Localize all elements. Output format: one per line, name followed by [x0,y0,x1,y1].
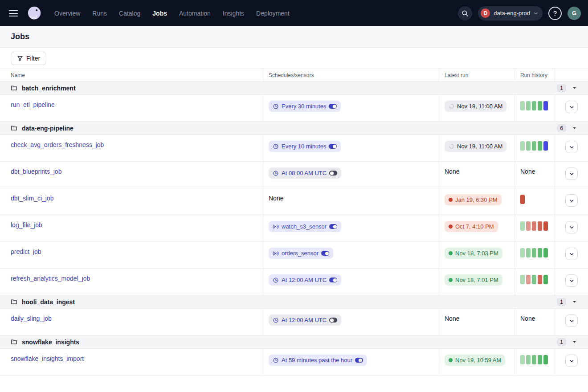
run-history-bar[interactable] [520,275,525,284]
run-history-bar[interactable] [538,101,542,110]
run-history-bar[interactable] [532,355,536,364]
latest-run-time: Nov 19, 11:00 AM [457,103,502,110]
run-history-bar[interactable] [526,248,531,257]
run-history-bar[interactable] [520,221,525,231]
latest-run-tag[interactable]: Nov 19, 11:00 AM [445,101,506,112]
row-actions-button[interactable] [565,248,578,260]
latest-run-tag[interactable]: Nov 18, 7:03 PM [445,248,502,259]
job-link[interactable]: snowflake_insights_import [11,355,84,362]
schedule-pill[interactable]: At 08:00 AM UTC [269,167,341,179]
job-link[interactable]: refresh_analytics_model_job [11,275,90,282]
caret-down-icon[interactable] [572,300,576,304]
caret-down-icon[interactable] [572,340,576,344]
schedule-pill[interactable]: Every 30 minutes [269,101,341,112]
run-history-bar[interactable] [543,141,548,151]
run-history-bar[interactable] [526,355,531,364]
group-name: snowflake_insights [22,339,79,346]
job-link[interactable]: check_avg_orders_freshness_job [11,141,104,148]
row-actions-button[interactable] [565,355,578,367]
deployment-switcher[interactable]: D data-eng-prod [478,6,543,20]
job-link[interactable]: daily_sling_job [11,315,52,322]
run-history-bar[interactable] [526,221,531,231]
group-row-hooli_data_ingest[interactable]: hooli_data_ingest 1 [0,295,588,309]
row-actions-button[interactable] [565,274,578,287]
nav-item-insights[interactable]: Insights [223,10,244,17]
run-history-bar[interactable] [532,248,536,257]
latest-run-tag[interactable]: Oct 7, 4:10 PM [445,221,498,232]
menu-icon[interactable] [9,10,18,16]
avatar[interactable]: G [568,7,581,20]
run-history-bar[interactable] [520,101,525,110]
job-link[interactable]: log_file_job [11,221,42,229]
run-history-bar[interactable] [538,141,542,151]
schedule-toggle[interactable] [329,278,337,282]
nav-item-catalog[interactable]: Catalog [119,10,140,17]
search-icon[interactable] [458,6,472,20]
group-name: data-eng-pipeline [22,125,74,132]
latest-run-tag[interactable]: Jan 19, 6:30 PM [445,194,502,205]
group-row-snowflake_insights[interactable]: snowflake_insights 1 [0,335,588,349]
run-history-bars [520,274,549,284]
row-actions-button[interactable] [565,167,578,180]
run-history-bar[interactable] [543,248,548,257]
caret-down-icon[interactable] [572,86,576,90]
dagster-logo-icon[interactable] [26,5,43,22]
job-link[interactable]: predict_job [11,248,41,255]
job-link[interactable]: dbt_slim_ci_job [11,195,54,202]
run-history-bar[interactable] [520,248,525,257]
row-actions-button[interactable] [565,101,578,113]
schedule-pill[interactable]: Every 10 minutes [269,141,341,152]
row-actions-button[interactable] [565,221,578,233]
schedule-toggle[interactable] [329,171,337,176]
latest-run-tag[interactable]: Nov 19, 10:59 AM [445,355,505,366]
latest-run-tag[interactable]: Nov 19, 11:00 AM [445,141,506,152]
run-history-bar[interactable] [543,355,548,364]
nav-item-deployment[interactable]: Deployment [256,10,290,17]
row-actions-button[interactable] [565,141,578,153]
run-history-bar[interactable] [543,221,548,231]
run-history-bar[interactable] [532,141,536,151]
schedule-pill[interactable]: At 12:00 AM UTC [269,314,341,326]
schedule-toggle[interactable] [329,318,337,323]
chevron-down-icon [569,105,574,110]
run-history-bar[interactable] [538,275,542,284]
nav-item-overview[interactable]: Overview [54,10,80,17]
run-history-none: None [520,168,535,175]
help-icon[interactable]: ? [548,7,562,20]
job-link[interactable]: dbt_blueprints_job [11,168,61,175]
schedule-toggle[interactable] [355,358,363,363]
run-history-bar[interactable] [543,275,548,284]
run-history-bar[interactable] [520,195,525,204]
schedule-toggle[interactable] [329,144,337,149]
nav-item-jobs[interactable]: Jobs [152,10,167,17]
sensor-pill[interactable]: watch_s3_sensor [269,221,341,232]
schedule-pill[interactable]: At 59 minutes past the hour [269,355,367,366]
run-history-bar[interactable] [520,141,525,151]
run-history-bar[interactable] [538,248,542,257]
run-history-bar[interactable] [520,355,525,364]
group-row-batch_enrichment[interactable]: batch_enrichment 1 [0,82,588,95]
latest-run-tag[interactable]: Nov 18, 7:01 PM [445,274,502,286]
run-history-bar[interactable] [543,101,548,110]
filter-button[interactable]: Filter [11,52,46,65]
schedule-toggle[interactable] [329,104,337,109]
sensor-toggle[interactable] [321,251,329,256]
run-history-bar[interactable] [526,101,531,110]
sensor-pill[interactable]: orders_sensor [269,248,333,259]
sensor-toggle[interactable] [329,224,337,229]
run-history-bar[interactable] [532,275,536,284]
nav-item-automation[interactable]: Automation [179,10,211,17]
run-history-bar[interactable] [532,221,536,231]
job-link[interactable]: run_etl_pipeline [11,101,55,108]
run-history-bar[interactable] [538,355,542,364]
row-actions-button[interactable] [565,194,578,207]
run-history-bar[interactable] [538,221,542,231]
row-actions-button[interactable] [565,314,578,327]
run-history-bar[interactable] [526,275,531,284]
schedule-pill[interactable]: At 12:00 AM UTC [269,274,341,286]
caret-down-icon[interactable] [572,126,576,130]
run-history-bar[interactable] [526,141,531,151]
nav-item-runs[interactable]: Runs [92,10,107,17]
group-row-data-eng-pipeline[interactable]: data-eng-pipeline 6 [0,122,588,135]
run-history-bar[interactable] [532,101,536,110]
